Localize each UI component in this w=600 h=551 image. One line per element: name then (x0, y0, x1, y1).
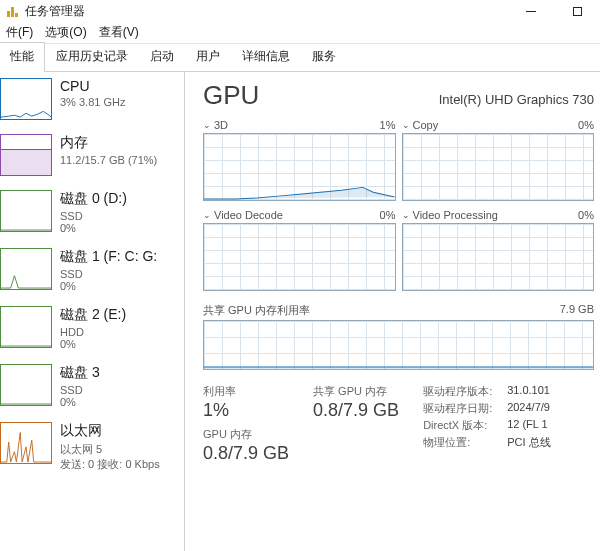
sidebar: CPU 3% 3.81 GHz 内存 11.2/15.7 GB (71%) 磁盘… (0, 72, 185, 551)
sidebar-item-sub: 以太网 5 (60, 442, 160, 457)
info-key: 驱动程序日期: (423, 401, 507, 416)
sidebar-item-stat: 11.2/15.7 GB (71%) (60, 154, 157, 166)
chart-pct: 0% (578, 119, 594, 131)
sidebar-item-disk3[interactable]: 磁盘 3 SSD 0% (0, 358, 184, 416)
stat-label: 利用率 (203, 384, 289, 399)
sidebar-item-stat: 0% (60, 338, 126, 350)
stat-gpu-memory: GPU 内存 0.8/7.9 GB (203, 427, 289, 464)
sidebar-item-stat: 发送: 0 接收: 0 Kbps (60, 457, 160, 472)
info-val: 2024/7/9 (507, 401, 550, 416)
sidebar-item-ethernet[interactable]: 以太网 以太网 5 发送: 0 接收: 0 Kbps (0, 416, 184, 480)
chevron-down-icon[interactable]: ⌄ (402, 120, 410, 130)
titlebar: 任务管理器 (0, 0, 600, 22)
cpu-thumb-icon (0, 78, 52, 120)
stat-label: GPU 内存 (203, 427, 289, 442)
sidebar-item-label: 磁盘 3 (60, 364, 100, 382)
sidebar-item-label: 以太网 (60, 422, 160, 440)
disk-thumb-icon (0, 364, 52, 406)
sidebar-item-stat: 3% 3.81 GHz (60, 96, 125, 108)
sidebar-item-label: 磁盘 2 (E:) (60, 306, 126, 324)
sidebar-item-label: 内存 (60, 134, 157, 152)
sidebar-item-label: 磁盘 0 (D:) (60, 190, 127, 208)
sidebar-item-memory[interactable]: 内存 11.2/15.7 GB (71%) (0, 128, 184, 184)
chevron-down-icon[interactable]: ⌄ (402, 210, 410, 220)
chart-pct: 1% (380, 119, 396, 131)
chart-label: Video Processing (413, 209, 498, 221)
disk-thumb-icon (0, 248, 52, 290)
chart-label: Copy (413, 119, 439, 131)
memory-thumb-icon (0, 134, 52, 176)
tab-services[interactable]: 服务 (301, 42, 347, 71)
tab-users[interactable]: 用户 (185, 42, 231, 71)
sidebar-item-stat: 0% (60, 396, 100, 408)
sidebar-item-stat: 0% (60, 280, 157, 292)
chart-copy: ⌄Copy 0% (402, 119, 595, 201)
shared-max: 7.9 GB (560, 303, 594, 318)
gpu-header: GPU Intel(R) UHD Graphics 730 (203, 80, 600, 111)
sidebar-item-sub: SSD (60, 384, 100, 396)
minimize-button[interactable] (508, 0, 554, 22)
chart-area (203, 223, 396, 291)
sidebar-item-sub: HDD (60, 326, 126, 338)
gpu-info: 驱动程序版本:31.0.101 驱动程序日期:2024/7/9 DirectX … (423, 384, 550, 464)
menu-view[interactable]: 查看(V) (93, 24, 145, 41)
sidebar-item-stat: 0% (60, 222, 127, 234)
menu-options[interactable]: 选项(O) (39, 24, 92, 41)
info-val: PCI 总线 (507, 435, 550, 450)
gpu-stats: 利用率 1% GPU 内存 0.8/7.9 GB 共享 GPU 内存 0.8/7… (203, 384, 600, 464)
disk-thumb-icon (0, 190, 52, 232)
tab-strip: 性能 应用历史记录 启动 用户 详细信息 服务 (0, 44, 600, 72)
chart-video-processing: ⌄Video Processing 0% (402, 209, 595, 291)
main-panel: GPU Intel(R) UHD Graphics 730 ⌄3D 1% ⌄Co… (185, 72, 600, 551)
sidebar-item-cpu[interactable]: CPU 3% 3.81 GHz (0, 72, 184, 128)
sidebar-item-disk0[interactable]: 磁盘 0 (D:) SSD 0% (0, 184, 184, 242)
chart-area (203, 320, 594, 370)
info-key: 物理位置: (423, 435, 507, 450)
gpu-heading: GPU (203, 80, 259, 111)
chart-area (203, 133, 396, 201)
chart-label: 3D (214, 119, 228, 131)
window-controls (508, 0, 600, 22)
gpu-model: Intel(R) UHD Graphics 730 (439, 92, 594, 107)
tab-performance[interactable]: 性能 (0, 42, 45, 71)
stat-utilization: 利用率 1% (203, 384, 289, 421)
disk-thumb-icon (0, 306, 52, 348)
chart-pct: 0% (578, 209, 594, 221)
menubar: 件(F) 选项(O) 查看(V) (0, 22, 600, 44)
sidebar-item-disk2[interactable]: 磁盘 2 (E:) HDD 0% (0, 300, 184, 358)
tab-details[interactable]: 详细信息 (231, 42, 301, 71)
sidebar-item-sub: SSD (60, 210, 127, 222)
stat-value: 1% (203, 400, 289, 421)
shared-label: 共享 GPU 内存利用率 (203, 303, 310, 318)
chart-pct: 0% (380, 209, 396, 221)
ethernet-thumb-icon (0, 422, 52, 464)
window-title: 任务管理器 (25, 3, 85, 20)
info-val: 12 (FL 1 (507, 418, 548, 433)
maximize-button[interactable] (554, 0, 600, 22)
sidebar-item-label: CPU (60, 78, 125, 94)
svg-rect-0 (204, 367, 593, 370)
stat-value: 0.8/7.9 GB (203, 443, 289, 464)
chart-video-decode: ⌄Video Decode 0% (203, 209, 396, 291)
chart-area (402, 133, 595, 201)
sidebar-item-sub: SSD (60, 268, 157, 280)
stat-shared-memory: 共享 GPU 内存 0.8/7.9 GB (313, 384, 399, 464)
stat-value: 0.8/7.9 GB (313, 400, 399, 421)
chevron-down-icon[interactable]: ⌄ (203, 120, 211, 130)
stat-label: 共享 GPU 内存 (313, 384, 399, 399)
shared-gpu-chart: 共享 GPU 内存利用率 7.9 GB (203, 303, 600, 370)
info-key: DirectX 版本: (423, 418, 507, 433)
menu-file[interactable]: 件(F) (0, 24, 39, 41)
tab-startup[interactable]: 启动 (139, 42, 185, 71)
chart-3d: ⌄3D 1% (203, 119, 396, 201)
tab-app-history[interactable]: 应用历史记录 (45, 42, 139, 71)
sidebar-item-disk1[interactable]: 磁盘 1 (F: C: G: SSD 0% (0, 242, 184, 300)
chevron-down-icon[interactable]: ⌄ (203, 210, 211, 220)
info-key: 驱动程序版本: (423, 384, 507, 399)
sidebar-item-label: 磁盘 1 (F: C: G: (60, 248, 157, 266)
chart-area (402, 223, 595, 291)
info-val: 31.0.101 (507, 384, 550, 399)
chart-label: Video Decode (214, 209, 283, 221)
app-icon (6, 4, 20, 18)
